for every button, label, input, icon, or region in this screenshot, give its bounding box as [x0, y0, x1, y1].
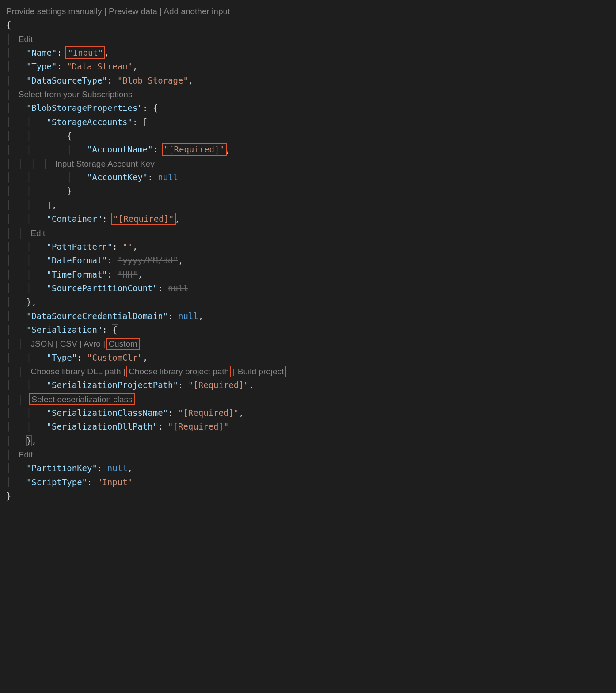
kv-type[interactable]: │ "Type": "Data Stream",	[0, 60, 616, 73]
kv-serialization[interactable]: │ "Serialization": {	[0, 323, 616, 337]
kv-datasourcetype[interactable]: │ "DataSourceType": "Blob Storage",	[0, 74, 616, 88]
kv-name[interactable]: │ "Name": "Input",	[0, 46, 616, 60]
hint-format-avro[interactable]: Avro	[84, 339, 101, 348]
hint-lib-paths: │ │ Choose library DLL path | Choose lib…	[0, 365, 616, 378]
value-accountname[interactable]: "[Required]"	[163, 145, 225, 154]
kv-ser-type[interactable]: │ │ "Type": "CustomClr",	[0, 351, 616, 365]
kv-container[interactable]: │ │ "Container": "[Required]",	[0, 212, 616, 226]
hint-select-subs[interactable]: │ Select from your Subscriptions	[0, 88, 616, 101]
hint-dll-path[interactable]: Choose library DLL path	[30, 367, 121, 376]
kv-storageaccounts[interactable]: │ │ "StorageAccounts": [	[0, 115, 616, 129]
hint-format-csv[interactable]: CSV	[60, 339, 77, 348]
kv-serialization-class-name[interactable]: │ │ "SerializationClassName": "[Required…	[0, 406, 616, 420]
top-hints: Provide settings manually | Preview data…	[0, 4, 616, 18]
kv-partitionkey[interactable]: │ "PartitionKey": null,	[0, 461, 616, 475]
open-brace: {	[0, 18, 616, 32]
kv-accountname[interactable]: │ │ │ │ "AccountName": "[Required]",	[0, 143, 616, 156]
kv-serialization-dll-path[interactable]: │ │ "SerializationDllPath": "[Required]"	[0, 420, 616, 434]
hint-edit-path[interactable]: │ │ Edit	[0, 226, 616, 240]
hint-add-another-input[interactable]: Add another input	[164, 7, 230, 16]
kv-serialization-project-path[interactable]: │ │ "SerializationProjectPath": "[Requir…	[0, 378, 616, 392]
close-ser-brace: │ },	[0, 434, 616, 448]
hint-edit-bottom[interactable]: │ Edit	[0, 448, 616, 461]
close-brace: }	[0, 489, 616, 503]
open-sa-brace: │ │ │ {	[0, 129, 616, 143]
kv-scripttype[interactable]: │ "ScriptType": "Input"	[0, 476, 616, 489]
hint-format-json[interactable]: JSON	[30, 339, 53, 348]
kv-blobstorage[interactable]: │ "BlobStorageProperties": {	[0, 101, 616, 115]
value-name[interactable]: "Input"	[67, 48, 104, 57]
hint-proj-path[interactable]: Choose library project path	[128, 367, 230, 376]
kv-timeformat[interactable]: │ │ "TimeFormat": "HH",	[0, 268, 616, 282]
kv-credentialdomain[interactable]: │ "DataSourceCredentialDomain": null,	[0, 309, 616, 323]
hint-provide-settings[interactable]: Provide settings manually	[6, 7, 102, 16]
close-sa-brace: │ │ │ }	[0, 184, 616, 198]
hint-input-key[interactable]: │ │ │ │ Input Storage Account Key	[0, 157, 616, 171]
value-container[interactable]: "[Required]"	[112, 214, 175, 224]
hint-select-class[interactable]: │ │ Select deserialization class	[0, 392, 616, 406]
kv-accountkey[interactable]: │ │ │ │ "AccountKey": null	[0, 171, 616, 184]
hint-build-project[interactable]: Build project	[237, 367, 285, 376]
kv-pathpattern[interactable]: │ │ "PathPattern": "",	[0, 240, 616, 254]
close-blob-brace: │ },	[0, 295, 616, 309]
kv-sourcepartitioncount[interactable]: │ │ "SourcePartitionCount": null	[0, 282, 616, 295]
kv-dateformat[interactable]: │ │ "DateFormat": "yyyy/MM/dd",	[0, 254, 616, 267]
cursor-icon	[255, 380, 255, 390]
close-sa-bracket: │ │ ],	[0, 198, 616, 212]
hint-preview-data[interactable]: Preview data	[109, 7, 157, 16]
hint-serial-formats: │ │ JSON | CSV | Avro | Custom	[0, 337, 616, 350]
hint-format-custom[interactable]: Custom	[107, 339, 138, 348]
hint-edit-top[interactable]: │ Edit	[0, 32, 616, 46]
